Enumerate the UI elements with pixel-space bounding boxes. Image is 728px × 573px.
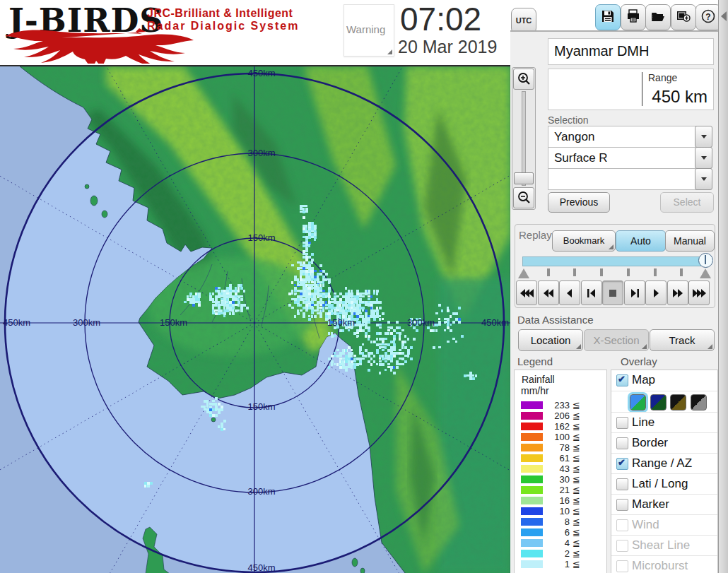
legend-lte-symbol: ≦	[573, 538, 580, 548]
legend-lte-symbol: ≦	[573, 463, 580, 474]
legend-color-swatch	[521, 475, 543, 483]
overlay-item-label: Map	[632, 373, 655, 387]
play-backward-icon	[563, 288, 577, 298]
skip-to-start-button[interactable]	[581, 280, 602, 305]
legend-lte-symbol: ≦	[573, 548, 580, 559]
collapse-arrow-icon[interactable]	[721, 11, 727, 21]
auto-button[interactable]: Auto	[616, 230, 666, 252]
slider-start-marker[interactable]	[518, 268, 529, 278]
save-button[interactable]	[595, 4, 621, 30]
legend-value: 6	[544, 527, 570, 538]
fast-forward-button[interactable]	[667, 280, 688, 305]
zoom-in-button[interactable]	[513, 69, 534, 90]
dropdown-value-3[interactable]	[548, 168, 702, 190]
overlay-item-label: Border	[632, 436, 668, 450]
checkbox-range-az[interactable]	[616, 458, 628, 470]
replay-label: Replay	[519, 229, 552, 241]
legend-label: Legend	[517, 355, 553, 367]
checkbox-border[interactable]	[616, 437, 628, 449]
legend-row: 1≦	[515, 559, 606, 569]
skip-to-end-button[interactable]	[624, 280, 645, 305]
map-swatch-black-olive[interactable]	[670, 394, 686, 410]
ring-label-450-left: 450km	[3, 317, 30, 328]
ring-label-150-right: 150km	[327, 317, 355, 328]
stop-button[interactable]	[602, 280, 623, 305]
checkbox-wind[interactable]	[616, 519, 628, 531]
x-section-button[interactable]: X-Section	[584, 329, 649, 351]
legend-row: 8≦	[515, 516, 606, 527]
checkbox-lati-long[interactable]	[616, 478, 628, 490]
overlay-item-wind: Wind	[611, 514, 717, 535]
slider-end-marker[interactable]	[700, 268, 711, 278]
play-forward-button[interactable]	[645, 280, 667, 305]
checkbox-line[interactable]	[616, 417, 628, 429]
checkbox-marker[interactable]	[616, 499, 628, 511]
capture-button[interactable]	[671, 4, 696, 30]
panel-edge-strip[interactable]	[718, 0, 728, 573]
play-backward-button[interactable]	[559, 280, 580, 305]
zoom-slider-handle[interactable]	[514, 172, 534, 184]
slider-tick	[627, 268, 630, 276]
overlay-item-microburst: Microburst	[611, 555, 717, 573]
fastest-forward-button[interactable]	[688, 280, 710, 305]
control-panel: Myanmar DMH Range 450 km Selection Yango…	[510, 31, 718, 573]
bookmark-button[interactable]: Bookmark	[552, 230, 616, 252]
overlay-item-label: Shear Line	[632, 538, 690, 553]
legend-value: 21	[544, 485, 570, 495]
legend-color-swatch	[521, 518, 543, 526]
dropdown-arrow-button-1[interactable]	[695, 126, 712, 148]
checkbox-microburst[interactable]	[616, 560, 628, 572]
dropdown-value-2[interactable]: Surface R	[548, 147, 702, 169]
track-button[interactable]: Track	[650, 329, 715, 351]
stop-icon	[606, 288, 620, 298]
select-button[interactable]: Select	[660, 192, 714, 213]
legend-color-swatch	[521, 560, 543, 568]
map-swatch-navy-darkgreen[interactable]	[650, 394, 667, 410]
zoom-slider-track[interactable]	[522, 91, 526, 186]
ring-label-450-right: 450km	[481, 317, 509, 328]
dropdown-value-1[interactable]: Yangon	[548, 126, 702, 148]
overlay-item-label: Range / AZ	[632, 456, 692, 471]
zoom-out-button[interactable]	[513, 187, 534, 208]
rewind-button[interactable]	[538, 280, 559, 305]
previous-button[interactable]: Previous	[548, 192, 610, 213]
map-swatch-blue-green[interactable]	[630, 394, 646, 410]
overlay-item-marker: Marker	[611, 494, 717, 514]
warning-panel[interactable]: Warning	[344, 4, 394, 57]
replay-slider-track[interactable]	[522, 256, 707, 266]
replay-slider-handle[interactable]	[698, 253, 713, 268]
manual-button[interactable]: Manual	[665, 230, 715, 252]
dropdown-arrow-button-3[interactable]	[695, 168, 712, 190]
ring-label-150-top: 150km	[247, 232, 275, 243]
logo-subtitle-1: JRC-Brilliant & Intelligent	[147, 7, 293, 20]
open-folder-button[interactable]	[645, 4, 671, 30]
selection-label: Selection	[548, 114, 589, 126]
help-button[interactable]: ?	[695, 4, 721, 30]
ring-label-300-right: 300km	[407, 317, 435, 328]
legend-row: 162≦	[515, 421, 606, 432]
checkbox-map[interactable]	[616, 374, 628, 386]
eagle-icon	[4, 27, 287, 64]
print-button[interactable]	[621, 4, 646, 30]
location-button[interactable]: Location	[518, 329, 583, 351]
fast-rewind-button[interactable]	[516, 280, 537, 305]
legend-row: 30≦	[515, 474, 606, 485]
legend-lte-symbol: ≦	[573, 506, 580, 516]
legend-value: 43	[544, 463, 570, 474]
overlay-item-map: Map	[611, 370, 717, 390]
rewind-icon	[541, 288, 556, 298]
legend-lte-symbol: ≦	[573, 474, 580, 485]
legend-lte-symbol: ≦	[573, 432, 580, 442]
dropdown-arrow-button-2[interactable]	[695, 147, 712, 169]
map-swatch-black-grey[interactable]	[691, 394, 707, 410]
legend-row: 21≦	[515, 485, 606, 495]
legend-lte-symbol: ≦	[573, 442, 580, 453]
checkbox-shear-line[interactable]	[616, 540, 628, 552]
overlay-item-border: Border	[611, 432, 717, 453]
selection-dropdown-2: Surface R	[548, 147, 712, 167]
range-label: Range	[648, 72, 677, 83]
legend-value: 16	[544, 495, 570, 506]
legend-value: 100	[544, 432, 570, 442]
legend-color-swatch	[521, 539, 543, 547]
radar-map[interactable]: 450km 300km 150km 150km 300km 450km 450k…	[0, 66, 510, 573]
